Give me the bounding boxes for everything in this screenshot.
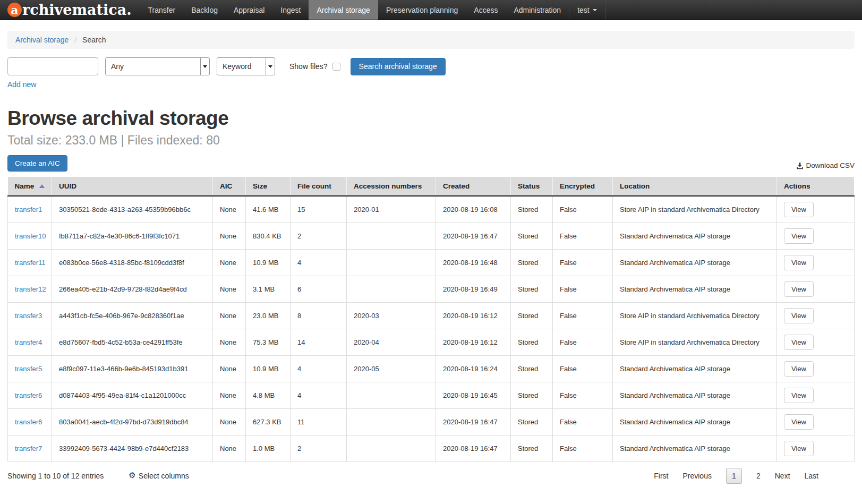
transfer-name-link[interactable]: transfer6	[15, 418, 42, 426]
view-button[interactable]: View	[784, 281, 814, 297]
logo-a-icon: a	[7, 3, 22, 17]
nav-item-backlog[interactable]: Backlog	[183, 0, 226, 20]
transfer-name-link[interactable]: transfer5	[15, 365, 42, 373]
cell-encrypted: False	[553, 382, 613, 408]
cell-size: 75.3 MB	[246, 329, 291, 355]
column-header-name[interactable]: Name	[8, 177, 52, 196]
cell-encrypted: False	[553, 435, 613, 462]
column-header-accession-numbers[interactable]: Accession numbers	[347, 177, 436, 196]
column-header-uuid[interactable]: UUID	[52, 177, 213, 196]
search-archival-storage-button[interactable]: Search archival storage	[351, 58, 446, 75]
transfer-name-link[interactable]: transfer6	[15, 391, 42, 399]
cell-created: 2020-08-19 16:48	[436, 249, 511, 276]
table-footer: Showing 1 to 10 of 12 entries ⚙ Select c…	[7, 468, 855, 484]
cell-created: 2020-08-19 16:08	[436, 196, 511, 223]
cell-encrypted: False	[553, 302, 613, 329]
search-field-select[interactable]: Any	[105, 57, 210, 75]
nav-item-access[interactable]: Access	[466, 0, 506, 20]
cell-aic: None	[213, 329, 246, 355]
column-header-encrypted[interactable]: Encrypted	[553, 177, 613, 196]
chevron-down-icon	[200, 58, 209, 75]
transfer-name-link[interactable]: transfer12	[15, 285, 46, 293]
cell-uuid: 33992409-5673-4424-98b9-e7d440cf2183	[52, 435, 213, 462]
search-input[interactable]	[7, 57, 98, 75]
logo-wordmark: rchivematica.	[22, 0, 132, 20]
archivematica-logo[interactable]: a rchivematica.	[0, 0, 140, 20]
transfer-name-link[interactable]: transfer7	[15, 445, 42, 452]
view-button[interactable]: View	[784, 228, 814, 244]
search-type-select[interactable]: Keyword	[217, 57, 275, 75]
cell-name: transfer10	[8, 223, 52, 249]
table-row: transfer3a443f1cb-fc5e-406b-967e-9c82836…	[8, 302, 855, 329]
transfer-name-link[interactable]: transfer1	[15, 206, 42, 213]
pagination-next[interactable]: Next	[775, 472, 790, 480]
cell-encrypted: False	[553, 355, 613, 382]
showing-entries-text: Showing 1 to 10 of 12 entries	[7, 472, 104, 480]
cell-status: Stored	[511, 249, 553, 276]
column-header-file-count[interactable]: File count	[291, 177, 347, 196]
cell-status: Stored	[511, 302, 553, 329]
cell-created: 2020-08-19 16:47	[436, 435, 511, 462]
nav-item-administration[interactable]: Administration	[506, 0, 569, 20]
view-button[interactable]: View	[784, 441, 814, 456]
main-nav: TransferBacklogAppraisalIngestArchival s…	[140, 0, 569, 20]
cell-encrypted: False	[553, 196, 613, 223]
nav-item-appraisal[interactable]: Appraisal	[226, 0, 272, 20]
cell-encrypted: False	[553, 276, 613, 302]
cell-name: transfer7	[8, 435, 52, 462]
select-columns-button[interactable]: ⚙ Select columns	[129, 472, 189, 480]
create-aic-button[interactable]: Create an AIC	[7, 155, 67, 172]
show-files-checkbox[interactable]	[332, 63, 340, 71]
cell-size: 23.0 MB	[246, 302, 291, 329]
view-button[interactable]: View	[784, 308, 814, 323]
chevron-down-icon	[266, 58, 275, 75]
nav-item-preservation-planning[interactable]: Preservation planning	[378, 0, 466, 20]
cell-size: 10.9 MB	[246, 355, 291, 382]
view-button[interactable]: View	[784, 255, 814, 270]
cell-file-count: 15	[291, 196, 347, 223]
transfer-name-link[interactable]: transfer11	[15, 259, 46, 267]
search-form: Any Keyword Show files? Search archival …	[7, 57, 855, 75]
breadcrumb-archival-storage[interactable]: Archival storage	[15, 36, 69, 44]
view-button[interactable]: View	[784, 335, 814, 350]
nav-item-archival-storage[interactable]: Archival storage	[309, 0, 378, 20]
nav-item-transfer[interactable]: Transfer	[140, 0, 184, 20]
pagination-last[interactable]: Last	[805, 472, 818, 480]
cell-size: 1.0 MB	[246, 435, 291, 462]
pagination-page-1-current[interactable]: 1	[726, 468, 742, 484]
breadcrumb: Archival storage / Search	[7, 31, 855, 49]
column-header-created[interactable]: Created	[436, 177, 511, 196]
table-row: transfer12266ea405-e21b-42d9-9728-f82d4a…	[8, 276, 855, 302]
cell-created: 2020-08-19 16:24	[436, 355, 511, 382]
transfer-name-link[interactable]: transfer3	[15, 312, 42, 320]
sort-ascending-icon	[39, 184, 45, 188]
table-row: transfer4e8d75607-fbd5-4c52-b53a-ce4291f…	[8, 329, 855, 355]
cell-name: transfer12	[8, 276, 52, 302]
cell-status: Stored	[511, 276, 553, 302]
column-header-size[interactable]: Size	[246, 177, 291, 196]
show-files-label: Show files?	[289, 62, 328, 71]
table-header-row: NameUUIDAICSizeFile countAccession numbe…	[8, 177, 855, 196]
pagination-previous[interactable]: Previous	[682, 472, 711, 480]
download-csv-link[interactable]: Download CSV	[796, 161, 855, 172]
pagination-first[interactable]: First	[654, 472, 668, 480]
view-button[interactable]: View	[784, 361, 814, 377]
transfer-name-link[interactable]: transfer10	[15, 232, 46, 240]
column-header-aic[interactable]: AIC	[213, 177, 246, 196]
column-header-location[interactable]: Location	[613, 177, 777, 196]
pagination-page-2[interactable]: 2	[756, 472, 761, 480]
column-header-actions[interactable]: Actions	[777, 177, 855, 196]
user-menu[interactable]: test	[569, 0, 605, 20]
transfer-name-link[interactable]: transfer4	[15, 338, 42, 346]
column-header-status[interactable]: Status	[511, 177, 553, 196]
cell-size: 4.8 MB	[246, 382, 291, 408]
table-row: transfer130350521-8ede-4313-a263-45359b9…	[8, 196, 855, 223]
view-button[interactable]: View	[784, 388, 814, 403]
view-button[interactable]: View	[784, 202, 814, 217]
archival-storage-table: NameUUIDAICSizeFile countAccession numbe…	[7, 177, 855, 462]
cell-uuid: 30350521-8ede-4313-a263-45359b96bb6c	[52, 196, 213, 223]
view-button[interactable]: View	[784, 414, 814, 430]
add-new-link[interactable]: Add new	[7, 80, 36, 89]
cell-created: 2020-08-19 16:47	[436, 223, 511, 249]
nav-item-ingest[interactable]: Ingest	[272, 0, 309, 20]
